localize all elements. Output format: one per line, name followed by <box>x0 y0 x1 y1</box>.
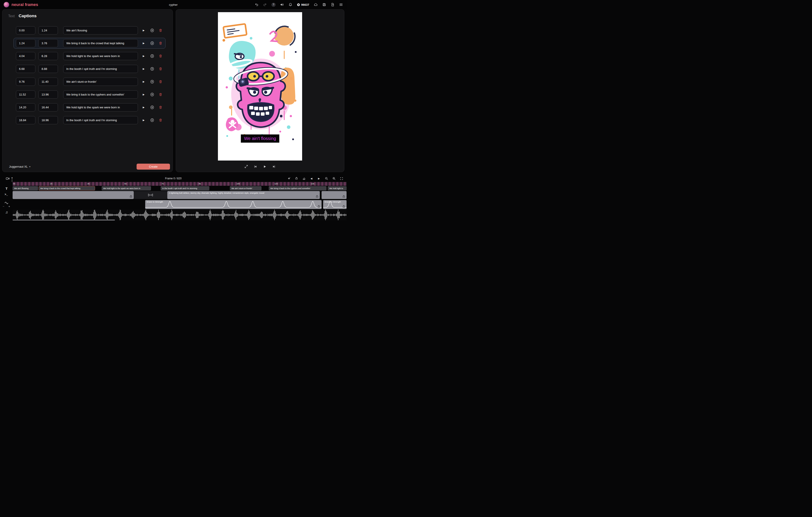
delete-caption-button[interactable] <box>158 41 163 46</box>
skip-to-end-button[interactable] <box>272 165 276 168</box>
next-frame-button[interactable]: ▶ <box>317 176 321 181</box>
lock-icon[interactable] <box>317 205 320 208</box>
play-caption-button[interactable]: ▶ <box>141 41 146 46</box>
caption-clip[interactable]: We ain't stunt-or-frontin' <box>230 186 261 190</box>
delete-caption-button[interactable] <box>158 105 163 110</box>
add-caption-button[interactable] <box>149 54 155 59</box>
lock-icon[interactable] <box>342 205 345 208</box>
menu-button[interactable] <box>339 3 343 7</box>
delete-caption-button[interactable] <box>158 79 163 84</box>
delete-caption-button[interactable] <box>158 118 163 123</box>
caption-end-input[interactable] <box>38 78 58 86</box>
play-caption-button[interactable]: ▶ <box>141 28 146 33</box>
delete-caption-button[interactable] <box>158 28 163 33</box>
captions-track-icon[interactable]: T <box>5 187 7 190</box>
caption-start-input[interactable] <box>16 103 35 111</box>
add-caption-button[interactable] <box>149 118 155 123</box>
prompt-clip[interactable] <box>12 191 134 199</box>
caption-end-input[interactable] <box>38 103 58 111</box>
credits-counter[interactable]: 96637 <box>297 3 309 6</box>
playhead-marker[interactable]: ▼ <box>11 177 13 182</box>
prompt-clip[interactable] <box>322 191 347 199</box>
caption-end-input[interactable] <box>38 90 58 99</box>
play-caption-button[interactable]: ▶ <box>141 79 146 84</box>
caption-clip[interactable]: We hold tight to the spark we were born … <box>102 186 151 190</box>
caption-start-input[interactable] <box>16 39 35 47</box>
caption-end-input[interactable] <box>38 116 58 124</box>
caption-text-input[interactable] <box>63 78 138 86</box>
automation-track-icon[interactable] <box>5 201 8 205</box>
automation-clip[interactable]: Snare to Strength <box>145 200 322 209</box>
user-avatar[interactable] <box>3 2 9 7</box>
caption-start-input[interactable] <box>16 65 35 73</box>
lock-icon[interactable] <box>129 195 133 198</box>
caption-text-input[interactable] <box>63 90 138 99</box>
fit-timeline-button[interactable] <box>340 176 344 181</box>
video-preview[interactable]: We ain't flossing <box>218 12 302 161</box>
timeline-scrollbar[interactable] <box>12 220 115 220</box>
skip-to-start-button[interactable] <box>254 165 258 168</box>
caption-end-input[interactable] <box>38 52 58 60</box>
caption-start-input[interactable] <box>16 116 35 124</box>
create-button[interactable]: Create <box>137 164 170 170</box>
play-caption-button[interactable]: ▶ <box>141 54 146 59</box>
automation-clip[interactable]: Snare to Strength <box>323 200 347 209</box>
help-button[interactable]: ? <box>271 3 276 7</box>
lock-track-button[interactable] <box>294 176 298 181</box>
caption-text-input[interactable] <box>63 52 138 60</box>
fullscreen-button[interactable] <box>244 165 248 168</box>
play-button[interactable] <box>263 165 267 168</box>
redo-button[interactable] <box>263 3 267 7</box>
notifications-button[interactable] <box>288 3 292 7</box>
caption-end-input[interactable] <box>38 39 58 47</box>
caption-text-input[interactable] <box>63 116 138 124</box>
caption-end-input[interactable] <box>38 65 58 73</box>
add-caption-button[interactable] <box>149 66 155 72</box>
crossfade-zone[interactable] <box>134 191 167 199</box>
prompt-clip-active[interactable]: A lightning bolt strikes, stormy sky, dr… <box>167 191 320 199</box>
delete-caption-button[interactable] <box>158 92 163 97</box>
add-automation-icon[interactable]: + <box>8 205 10 208</box>
prompt-track-icon[interactable]: >_ <box>5 193 8 196</box>
caption-text-input[interactable] <box>63 39 138 47</box>
caption-text-input[interactable] <box>63 103 138 111</box>
render-camera-icon[interactable] <box>6 177 10 181</box>
zoom-in-button[interactable] <box>332 176 336 181</box>
model-selector[interactable]: Juggernaut XL ▾ <box>9 165 30 168</box>
add-caption-button[interactable] <box>149 79 155 84</box>
caption-clip[interactable]: We hold tight to <box>328 186 347 190</box>
audio-track-icon[interactable]: ♫ <box>5 210 8 214</box>
caption-end-input[interactable] <box>38 26 58 34</box>
save-button[interactable] <box>322 3 326 7</box>
caption-clip-selected[interactable]: We bring it back to the crowd that kept … <box>39 186 95 190</box>
magic-keyframe-button[interactable] <box>287 176 291 181</box>
play-caption-button[interactable]: ▶ <box>141 105 146 110</box>
play-caption-button[interactable]: ▶ <box>141 92 146 97</box>
project-title[interactable]: cypher <box>169 3 177 6</box>
caption-clip[interactable]: We ain't flossing <box>12 186 38 190</box>
delete-caption-button[interactable] <box>158 66 163 72</box>
caption-start-input[interactable] <box>16 78 35 86</box>
remove-automation-icon[interactable]: − <box>3 205 4 208</box>
caption-start-input[interactable] <box>16 26 35 34</box>
delete-caption-button[interactable] <box>158 54 163 59</box>
add-caption-button[interactable] <box>149 92 155 97</box>
tab-captions[interactable]: Captions <box>19 13 36 18</box>
play-caption-button[interactable]: ▶ <box>141 66 146 72</box>
tab-text[interactable]: Text <box>8 14 14 18</box>
play-caption-button[interactable]: ▶ <box>141 118 146 123</box>
eraser-button[interactable] <box>302 176 306 181</box>
timeline-ruler[interactable]: 0s 2s 3s 5s 7s 8s 10s 12s 13s <box>12 182 347 186</box>
caption-clip[interactable]: We bring it back to the cyphers and some… <box>269 186 326 190</box>
caption-text-input[interactable] <box>63 65 138 73</box>
lock-icon[interactable] <box>316 195 318 198</box>
add-caption-button[interactable] <box>149 41 155 46</box>
caption-start-input[interactable] <box>16 90 35 99</box>
caption-start-input[interactable] <box>16 52 35 60</box>
audio-track[interactable] <box>12 210 347 220</box>
audio-mute-button[interactable] <box>280 3 284 7</box>
prev-frame-button[interactable]: ◀ <box>310 176 313 181</box>
add-caption-button[interactable] <box>149 28 155 33</box>
cloud-sync-button[interactable] <box>314 3 318 7</box>
zoom-out-button[interactable] <box>324 176 328 181</box>
